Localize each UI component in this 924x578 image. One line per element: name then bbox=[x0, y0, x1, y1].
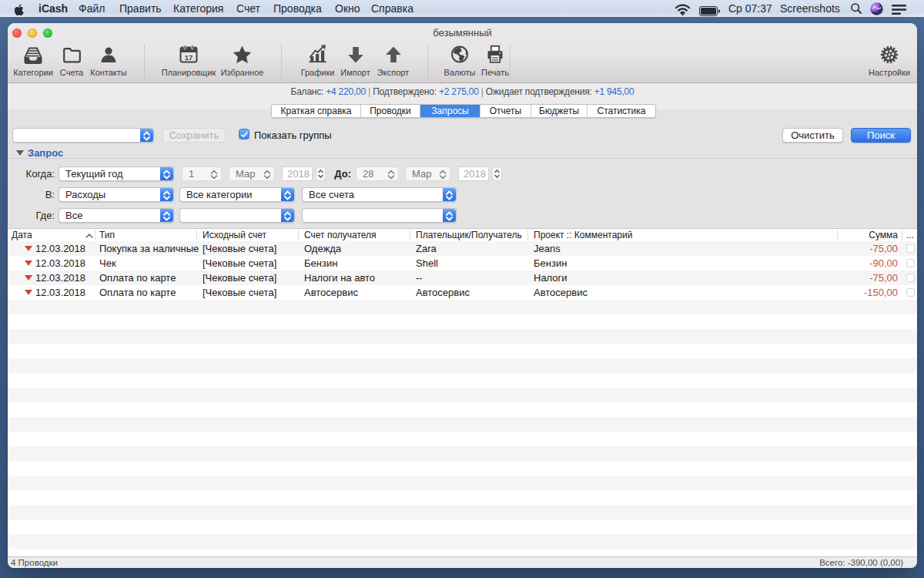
svg-text:17: 17 bbox=[185, 53, 193, 62]
